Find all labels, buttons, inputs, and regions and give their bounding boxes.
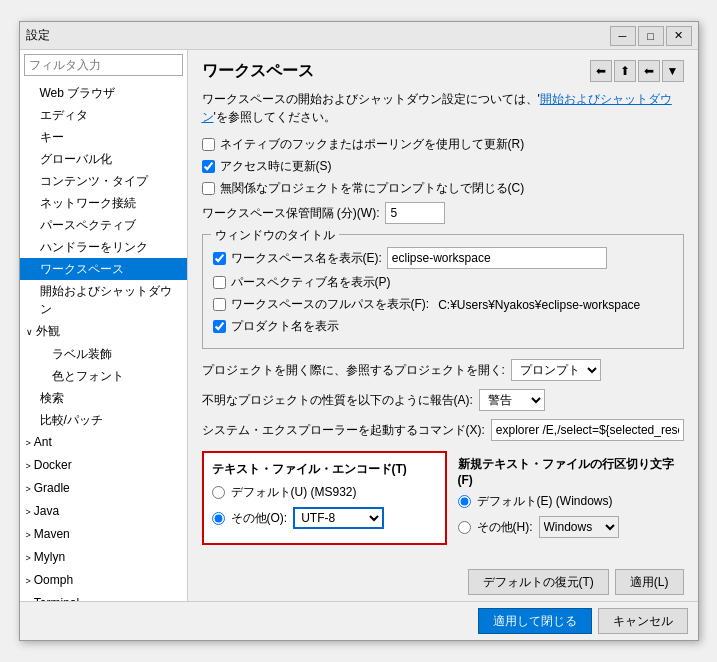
sidebar-item-content-types[interactable]: コンテンツ・タイプ — [20, 170, 187, 192]
save-interval-row: ワークスペース保管間隔 (分)(W): — [202, 202, 684, 224]
sidebar-item-editor[interactable]: エディタ — [20, 104, 187, 126]
nav-left-button[interactable]: ⬅ — [638, 60, 660, 82]
sidebar-item-maven[interactable]: >Maven — [20, 523, 187, 546]
report-unknown-select[interactable]: 警告 エラー 無視 — [479, 389, 545, 411]
sidebar-item-colors-fonts[interactable]: 色とフォント — [20, 365, 187, 387]
checkbox-refresh: アクセス時に更新(S) — [202, 158, 684, 175]
nav-buttons: ⬅ ⬆ ⬅ ▼ — [590, 60, 684, 82]
window-title-group: ウィンドウのタイトル ワークスペース名を表示(E): パースペクティブ名を表示(… — [202, 234, 684, 349]
title-bar: 設定 ─ □ ✕ — [20, 22, 698, 50]
newline-other-radio[interactable] — [458, 521, 471, 534]
sidebar-item-gradle[interactable]: >Gradle — [20, 477, 187, 500]
open-project-select[interactable]: プロンプト 常に しない — [511, 359, 601, 381]
encode-default-radio[interactable] — [212, 486, 225, 499]
close-checkbox[interactable] — [202, 182, 215, 195]
checkbox-native-hook: ネイティブのフックまたはポーリングを使用して更新(R) — [202, 136, 684, 153]
panel-header: ワークスペース ⬅ ⬆ ⬅ ▼ — [202, 60, 684, 82]
checkbox-close: 無関係なプロジェクトを常にプロンプトなしで閉じる(C) — [202, 180, 684, 197]
nav-forward-button[interactable]: ⬆ — [614, 60, 636, 82]
sidebar-item-docker[interactable]: >Docker — [20, 454, 187, 477]
description: ワークスペースの開始およびシャットダウン設定については、'開始およびシャットダウ… — [202, 90, 684, 126]
sidebar-item-key[interactable]: キー — [20, 126, 187, 148]
sidebar-item-java[interactable]: >Java — [20, 500, 187, 523]
encode-default-label: デフォルト(U) (MS932) — [231, 484, 357, 501]
sidebar-item-globalization[interactable]: グローバル化 — [20, 148, 187, 170]
content-area: Web ブラウザエディタキーグローバル化コンテンツ・タイプネットワーク接続パース… — [20, 50, 698, 601]
fullpath-row: ワークスペースのフルパスを表示(F): C:¥Users¥Nyakos¥ecli… — [213, 296, 673, 313]
product-name-row: プロダクト名を表示 — [213, 318, 673, 335]
encode-newline-section: テキスト・ファイル・エンコード(T) デフォルト(U) (MS932) その他(… — [202, 451, 684, 555]
report-unknown-label: 不明なプロジェクトの性質を以下のように報告(A): — [202, 392, 473, 409]
newline-default-row: デフォルト(E) (Windows) — [458, 493, 683, 510]
product-name-checkbox[interactable] — [213, 320, 226, 333]
sidebar-item-search[interactable]: 検索 — [20, 387, 187, 409]
title-bar-buttons: ─ □ ✕ — [610, 26, 692, 46]
nav-back-button[interactable]: ⬅ — [590, 60, 612, 82]
settings-window: 設定 ─ □ ✕ Web ブラウザエディタキーグローバル化コンテンツ・タイプネッ… — [19, 21, 699, 641]
restore-button[interactable]: □ — [638, 26, 664, 46]
sidebar-item-workspace[interactable]: ワークスペース — [20, 258, 187, 280]
encode-section: テキスト・ファイル・エンコード(T) デフォルト(U) (MS932) その他(… — [202, 451, 447, 545]
open-project-label: プロジェクトを開く際に、参照するプロジェクトを開く: — [202, 362, 505, 379]
product-name-label: プロダクト名を表示 — [231, 318, 339, 335]
sidebar-item-terminal[interactable]: >Terminal — [20, 592, 187, 601]
newline-other-row: その他(H): Windows Unix Mac OS 9 — [458, 516, 683, 538]
window-title: 設定 — [26, 27, 610, 44]
sidebar-item-ant[interactable]: >Ant — [20, 431, 187, 454]
refresh-label: アクセス時に更新(S) — [220, 158, 332, 175]
encode-section-title: テキスト・ファイル・エンコード(T) — [212, 461, 437, 478]
sidebar-item-startup-shutdown[interactable]: 開始およびシャットダウン — [20, 280, 187, 320]
encode-select[interactable]: UTF-8 UTF-16 ISO-8859-1 MS932 US-ASCII — [293, 507, 384, 529]
apply-close-button[interactable]: 適用して閉じる — [478, 608, 592, 634]
sidebar-item-label-decor[interactable]: ラベル装飾 — [20, 343, 187, 365]
perspective-name-checkbox[interactable] — [213, 276, 226, 289]
sidebar-item-web-browser[interactable]: Web ブラウザ — [20, 82, 187, 104]
sidebar-item-compare-patch[interactable]: 比較/パッチ — [20, 409, 187, 431]
sidebar-item-appearance[interactable]: ∨外観 — [20, 320, 187, 343]
encode-other-row: その他(O): UTF-8 UTF-16 ISO-8859-1 MS932 US… — [212, 507, 437, 529]
sidebar-item-mylyn[interactable]: >Mylyn — [20, 546, 187, 569]
workspace-name-input[interactable] — [387, 247, 607, 269]
encode-default-row: デフォルト(U) (MS932) — [212, 484, 437, 501]
startup-shutdown-link[interactable]: 開始およびシャットダウン — [202, 92, 672, 124]
workspace-name-row: ワークスペース名を表示(E): — [213, 247, 673, 269]
close-button[interactable]: ✕ — [666, 26, 692, 46]
newline-default-radio[interactable] — [458, 495, 471, 508]
sidebar-item-handler-link[interactable]: ハンドラーをリンク — [20, 236, 187, 258]
save-interval-input[interactable] — [385, 202, 445, 224]
nav-dropdown-button[interactable]: ▼ — [662, 60, 684, 82]
newline-other-label: その他(H): — [477, 519, 533, 536]
sidebar-item-perspective[interactable]: パースペクティブ — [20, 214, 187, 236]
minimize-button[interactable]: ─ — [610, 26, 636, 46]
native-hook-checkbox[interactable] — [202, 138, 215, 151]
explorer-cmd-label: システム・エクスプローラーを起動するコマンド(X): — [202, 422, 485, 439]
report-unknown-row: 不明なプロジェクトの性質を以下のように報告(A): 警告 エラー 無視 — [202, 389, 684, 411]
group-box-inner: ワークスペース名を表示(E): パースペクティブ名を表示(P) ワークスペースの… — [213, 247, 673, 335]
workspace-name-checkbox[interactable] — [213, 252, 226, 265]
inner-buttons-row: デフォルトの復元(T) 適用(L) — [202, 569, 684, 595]
cancel-button[interactable]: キャンセル — [598, 608, 688, 634]
fullpath-checkbox[interactable] — [213, 298, 226, 311]
sidebar-item-oomph[interactable]: >Oomph — [20, 569, 187, 592]
fullpath-label: ワークスペースのフルパスを表示(F): — [231, 296, 430, 313]
apply-button[interactable]: 適用(L) — [615, 569, 684, 595]
bottom-buttons: 適用して閉じる キャンセル — [20, 601, 698, 640]
window-title-group-label: ウィンドウのタイトル — [211, 227, 339, 244]
restore-defaults-button[interactable]: デフォルトの復元(T) — [468, 569, 609, 595]
open-project-row: プロジェクトを開く際に、参照するプロジェクトを開く: プロンプト 常に しない — [202, 359, 684, 381]
main-panel: ワークスペース ⬅ ⬆ ⬅ ▼ ワークスペースの開始およびシャットダウン設定につ… — [188, 50, 698, 601]
perspective-name-row: パースペクティブ名を表示(P) — [213, 274, 673, 291]
native-hook-label: ネイティブのフックまたはポーリングを使用して更新(R) — [220, 136, 525, 153]
explorer-cmd-row: システム・エクスプローラーを起動するコマンド(X): — [202, 419, 684, 441]
workspace-name-label: ワークスペース名を表示(E): — [231, 250, 382, 267]
filter-input[interactable] — [24, 54, 183, 76]
newline-section-title: 新規テキスト・ファイルの行区切り文字(F) — [458, 456, 683, 487]
explorer-cmd-input[interactable] — [491, 419, 684, 441]
refresh-checkbox[interactable] — [202, 160, 215, 173]
encode-other-radio[interactable] — [212, 512, 225, 525]
newline-default-label: デフォルト(E) (Windows) — [477, 493, 613, 510]
newline-select[interactable]: Windows Unix Mac OS 9 — [539, 516, 619, 538]
sidebar-item-network[interactable]: ネットワーク接続 — [20, 192, 187, 214]
encode-other-label: その他(O): — [231, 510, 288, 527]
close-label: 無関係なプロジェクトを常にプロンプトなしで閉じる(C) — [220, 180, 525, 197]
